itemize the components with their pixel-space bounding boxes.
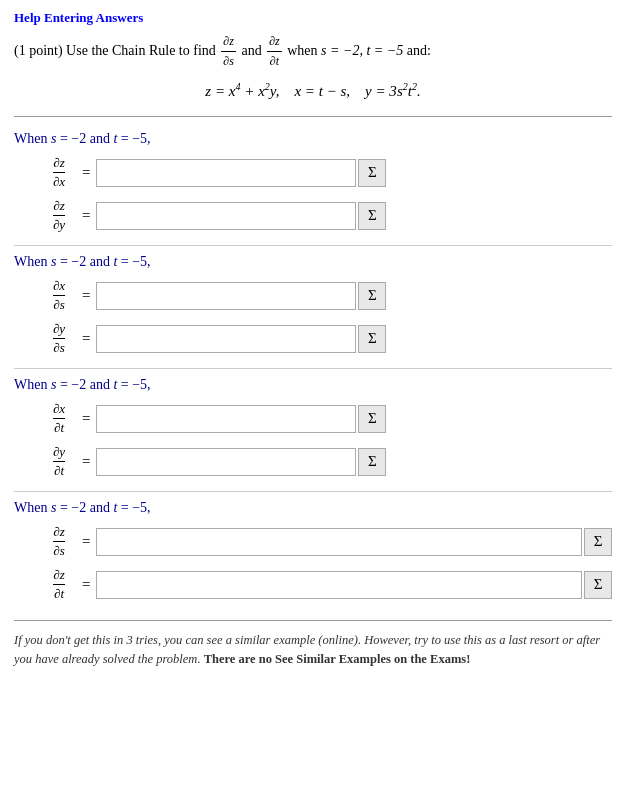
field-row-dydt: ∂y ∂t = Σ [44, 444, 612, 479]
equals-3: = [82, 287, 90, 304]
condition-text: s = −2, t = −5 [321, 43, 403, 58]
numer-dx: ∂x [53, 278, 65, 296]
denom-ds3: ∂s [53, 542, 64, 559]
input-dyds[interactable] [96, 325, 356, 353]
footer-bold: There are no See Similar Examples on the… [204, 652, 471, 666]
input-dzdt-final[interactable] [96, 571, 582, 599]
field-row-dzds-final: ∂z ∂s = Σ [44, 524, 612, 559]
equals-8: = [82, 576, 90, 593]
field-row-dzdx: ∂z ∂x = Σ [44, 155, 612, 190]
denom-ds2: ∂s [53, 339, 64, 356]
section-3-label: When s = −2 and t = −5, [14, 377, 612, 393]
field-row-dyds: ∂y ∂s = Σ [44, 321, 612, 356]
fraction-dyds: ∂y ∂s [44, 321, 74, 356]
section-2-label: When s = −2 and t = −5, [14, 254, 612, 270]
field-row-dzdt-final: ∂z ∂t = Σ [44, 567, 612, 602]
help-link[interactable]: Help Entering Answers [14, 10, 612, 26]
equals-2: = [82, 207, 90, 224]
denom-dx: ∂x [53, 173, 65, 190]
sigma-btn-2[interactable]: Σ [358, 202, 386, 230]
numer-dz: ∂z [53, 155, 64, 173]
equals-4: = [82, 330, 90, 347]
sigma-btn-8[interactable]: Σ [584, 571, 612, 599]
section-3: When s = −2 and t = −5, ∂x ∂t = Σ ∂y ∂t … [14, 369, 612, 492]
equals-6: = [82, 453, 90, 470]
denom-dt3: ∂t [54, 585, 64, 602]
denom-dy: ∂y [53, 216, 65, 233]
divider-top [14, 116, 612, 117]
sigma-btn-7[interactable]: Σ [584, 528, 612, 556]
formula-display: z = x4 + x2y, x = t − s, y = 3s2t2. [14, 81, 612, 100]
sigma-btn-5[interactable]: Σ [358, 405, 386, 433]
equals-5: = [82, 410, 90, 427]
input-dzdx[interactable] [96, 159, 356, 187]
section-1: When s = −2 and t = −5, ∂z ∂x = Σ ∂z ∂y … [14, 123, 612, 246]
fraction-dxds: ∂x ∂s [44, 278, 74, 313]
denom-ds: ∂s [53, 296, 64, 313]
sigma-btn-1[interactable]: Σ [358, 159, 386, 187]
numer-dz2: ∂z [53, 198, 64, 216]
sigma-btn-4[interactable]: Σ [358, 325, 386, 353]
problem-statement: (1 point) Use the Chain Rule to find ∂z … [14, 32, 612, 71]
equals-7: = [82, 533, 90, 550]
footer-note: If you don't get this in 3 tries, you ca… [14, 631, 612, 669]
fraction-dzdy: ∂z ∂y [44, 198, 74, 233]
points-label: (1 point) [14, 43, 63, 58]
dzdt-numer: ∂z [267, 32, 282, 52]
section-1-label: When s = −2 and t = −5, [14, 131, 612, 147]
numer-dz3: ∂z [53, 524, 64, 542]
fraction-dzdx: ∂z ∂x [44, 155, 74, 190]
input-dzdy[interactable] [96, 202, 356, 230]
and2-text: and: [407, 43, 431, 58]
fraction-dxdt: ∂x ∂t [44, 401, 74, 436]
sigma-btn-3[interactable]: Σ [358, 282, 386, 310]
fraction-dzdt-final: ∂z ∂t [44, 567, 74, 602]
fraction-dydt: ∂y ∂t [44, 444, 74, 479]
dzds-numer: ∂z [221, 32, 236, 52]
and-text: and [241, 43, 265, 58]
section-2: When s = −2 and t = −5, ∂x ∂s = Σ ∂y ∂s … [14, 246, 612, 369]
problem-text-before: Use the Chain Rule to find [66, 43, 219, 58]
section-4-label: When s = −2 and t = −5, [14, 500, 612, 516]
section-4: When s = −2 and t = −5, ∂z ∂s = Σ ∂z ∂t … [14, 492, 612, 614]
field-row-dzdy: ∂z ∂y = Σ [44, 198, 612, 233]
numer-dy: ∂y [53, 321, 65, 339]
denom-dt: ∂t [54, 419, 64, 436]
input-dydt[interactable] [96, 448, 356, 476]
dzdt-denom: ∂t [268, 52, 281, 71]
numer-dz4: ∂z [53, 567, 64, 585]
input-dzds-final[interactable] [96, 528, 582, 556]
numer-dy2: ∂y [53, 444, 65, 462]
input-dxdt[interactable] [96, 405, 356, 433]
field-row-dxdt: ∂x ∂t = Σ [44, 401, 612, 436]
divider-bottom [14, 620, 612, 621]
field-row-dxds: ∂x ∂s = Σ [44, 278, 612, 313]
equals-1: = [82, 164, 90, 181]
numer-dx2: ∂x [53, 401, 65, 419]
fraction-dzds-final: ∂z ∂s [44, 524, 74, 559]
denom-dt2: ∂t [54, 462, 64, 479]
sigma-btn-6[interactable]: Σ [358, 448, 386, 476]
input-dxds[interactable] [96, 282, 356, 310]
dzds-denom: ∂s [221, 52, 236, 71]
when-text: when [287, 43, 321, 58]
